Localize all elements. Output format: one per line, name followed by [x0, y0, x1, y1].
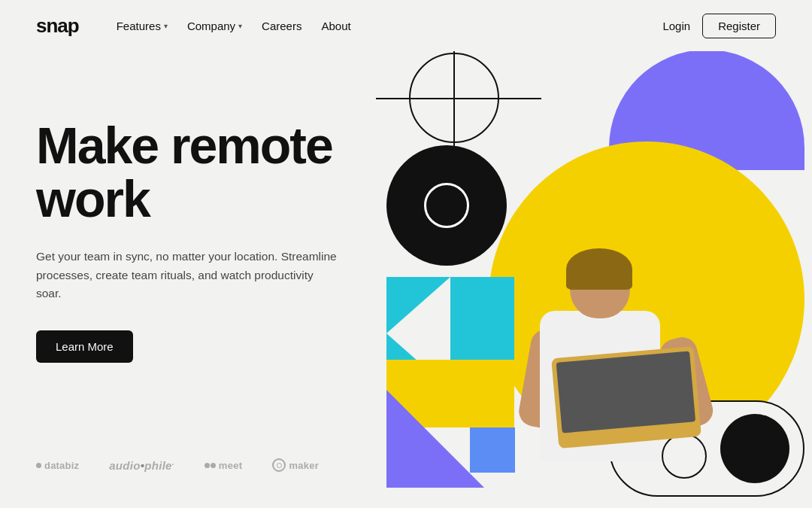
nav-company[interactable]: Company ▾ [180, 15, 250, 37]
main-content: Make remote work Get your team in sync, … [0, 51, 812, 508]
logo-maker: maker [272, 458, 319, 472]
logo-databiz: databiz [36, 460, 79, 471]
navbar: snap Features ▾ Company ▾ Careers About … [0, 0, 812, 51]
laptop-screen [556, 351, 696, 433]
brand-logo[interactable]: snap [36, 14, 79, 38]
register-button[interactable]: Register [702, 14, 776, 38]
blue-block-shape [470, 427, 515, 473]
hero-illustration [376, 44, 812, 508]
nav-careers[interactable]: Careers [254, 15, 309, 37]
logo-dot-icon [36, 463, 41, 468]
logo-audiophile: audio•phile. [109, 458, 174, 472]
person-figure [510, 239, 720, 508]
logo-dot-icon [211, 463, 216, 468]
hero-subtitle: Get your team in sync, no matter your lo… [36, 248, 337, 303]
learn-more-button[interactable]: Learn More [36, 330, 133, 363]
chevron-down-icon: ▾ [238, 22, 242, 30]
login-button[interactable]: Login [662, 20, 690, 32]
hero-title: Make remote work [36, 119, 397, 227]
circle-outline-top [409, 53, 499, 143]
person-laptop [551, 346, 701, 449]
nav-actions: Login Register [662, 14, 776, 38]
geometric-illustration [376, 44, 812, 508]
inner-ring [424, 183, 469, 228]
nav-features[interactable]: Features ▾ [109, 15, 175, 37]
nav-about[interactable]: About [314, 15, 358, 37]
partner-logos: databiz audio•phile. meet maker [36, 458, 319, 472]
nav-links: Features ▾ Company ▾ Careers About [109, 15, 663, 37]
logo-meet: meet [205, 460, 243, 471]
hero-left: Make remote work Get your team in sync, … [36, 74, 397, 363]
black-circle-shape [386, 145, 507, 266]
solid-circle-icon [720, 414, 789, 483]
logo-dot-icon [205, 463, 210, 468]
maker-circle-icon [272, 458, 286, 472]
chevron-down-icon: ▾ [164, 22, 168, 30]
person-hair [566, 248, 632, 290]
